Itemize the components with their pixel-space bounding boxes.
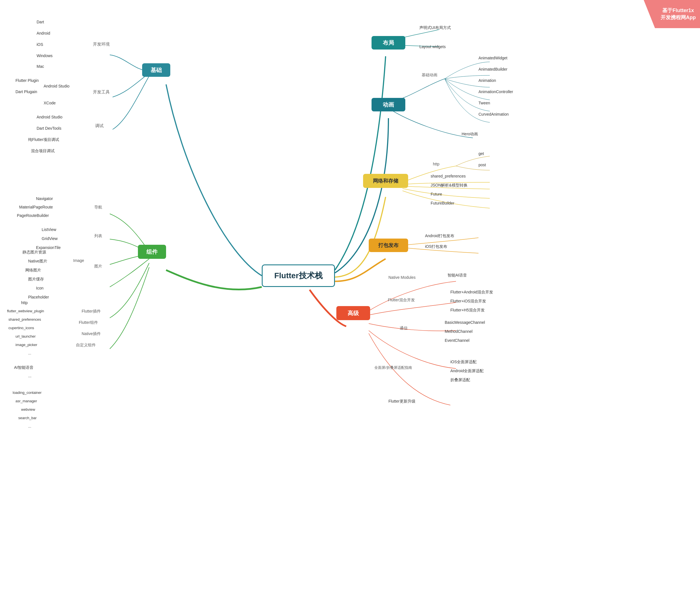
leaf-animated-builder: AnimatedBuilder xyxy=(478,67,507,72)
leaf-ios: iOS xyxy=(36,42,43,47)
leaf-webview-plugin: flutter_webview_plugin xyxy=(7,309,44,313)
node-wangluo: 网络和存储 xyxy=(363,174,408,188)
node-tongxin: 通信 xyxy=(400,326,407,331)
leaf-dart-plugain: Dart Plugain xyxy=(16,89,37,94)
node-gaoji: 高级 xyxy=(336,306,370,320)
leaf-gridview: GridView xyxy=(42,236,58,241)
leaf-static-img: 静态图片资源 xyxy=(23,250,46,255)
leaf-asr-manager: asr_manager xyxy=(16,399,37,403)
node-hunhe-kaifa: Flutter混合开发 xyxy=(388,298,415,303)
leaf-zhedieping: 折叠屏适配 xyxy=(450,377,470,383)
leaf-chun-flutter: 纯Flutter项目调试 xyxy=(28,137,59,142)
leaf-android-quanping: Android全面屏适配 xyxy=(450,369,483,374)
leaf-method-channel: MethodChannel xyxy=(445,329,473,334)
node-jichu: 基础 xyxy=(142,63,170,77)
node-kaifahuanjing: 开发环境 xyxy=(93,42,110,47)
leaf-android-dabao: Android打包发布 xyxy=(425,234,454,239)
leaf-flutter-ios: Flutter+iOS混合开发 xyxy=(450,299,486,304)
center-label: Flutter技术栈 xyxy=(274,270,322,281)
leaf-placeholder: Placeholder xyxy=(28,295,49,299)
leaf-img-cache: 图片缓存 xyxy=(28,277,44,282)
leaf-shengming-ui: 声明式UI布局方式 xyxy=(419,25,451,30)
leaf-flutter-plugin: Flutter Plugin xyxy=(16,78,39,83)
node-native-chajian: Native插件 xyxy=(82,332,101,337)
leaf-windows: Windows xyxy=(36,53,53,58)
leaf-get: get xyxy=(478,151,484,156)
node-tupian: 图片 xyxy=(94,264,102,269)
leaf-animation: Animation xyxy=(478,78,496,83)
leaf-dots2: ... xyxy=(28,374,31,378)
node-flutter-chajian: Flutter插件 xyxy=(82,309,101,314)
leaf-material-page: MaterialPageRoute xyxy=(19,205,53,209)
node-http: http xyxy=(433,162,440,166)
leaf-future: Future xyxy=(431,192,442,196)
leaf-shared-prefs2: shared_preferences xyxy=(8,317,41,321)
banner-text: 基于Flutter1x 开发携程网App xyxy=(660,7,696,21)
leaf-future-builder: FutureBuilder xyxy=(431,201,454,205)
leaf-dots1: ... xyxy=(28,351,31,355)
node-liebiao: 列表 xyxy=(94,234,102,239)
leaf-mac: Mac xyxy=(36,64,44,69)
corner-banner: 基于Flutter1x 开发携程网App xyxy=(644,0,700,28)
leaf-url-launcher: url_launcher xyxy=(16,334,36,338)
leaf-layout-widgets: Layout widgets xyxy=(419,45,446,49)
leaf-icon: Icon xyxy=(36,286,43,290)
leaf-json: JSON解析&模型转换 xyxy=(431,183,468,188)
leaf-dart-devtools: Dart DevTools xyxy=(36,126,61,131)
leaf-http2: http xyxy=(21,300,28,305)
leaf-basic-msg: BasicMessageChannel xyxy=(445,320,485,325)
leaf-tween: Tween xyxy=(478,101,490,105)
leaf-post: post xyxy=(478,163,486,167)
leaf-loading: loading_container xyxy=(12,391,42,395)
leaf-navigator: Navigator xyxy=(36,196,53,201)
node-daohang: 导航 xyxy=(94,205,102,210)
leaf-cupertino: cupertino_icons xyxy=(8,326,34,330)
node-flutter-zujian: Flutter组件 xyxy=(79,320,98,325)
node-tiaoshi: 调试 xyxy=(95,123,104,129)
leaf-ios-dabao: iOS打包发布 xyxy=(425,244,447,249)
node-dabao: 打包发布 xyxy=(369,239,408,252)
node-image: Image xyxy=(73,258,84,263)
leaf-animated-widget: AnimatedWidget xyxy=(478,56,507,60)
mind-map: Flutter技术栈 基于Flutter1x 开发携程网App 基础 开发环境 … xyxy=(0,0,700,604)
leaf-ai-yuyin2: AI智能语音 xyxy=(14,365,33,370)
leaf-flutter-update: Flutter更新升级 xyxy=(389,399,416,404)
node-donghua: 动画 xyxy=(372,98,405,111)
leaf-curved-animation: CurvedAnimation xyxy=(478,112,508,116)
leaf-event-channel: EventChannel xyxy=(445,338,470,343)
node-zujian: 组件 xyxy=(138,245,166,259)
leaf-expansion-tile: ExpansionTile xyxy=(36,245,60,250)
leaf-hunhe-tiaoshi: 混合项目调试 xyxy=(31,149,55,154)
leaf-shared-prefs: shared_preferences xyxy=(431,174,466,178)
node-quanping: 全面屏/折叠屏适配指南 xyxy=(374,365,412,370)
leaf-ios-quanping: iOS全面屏适配 xyxy=(450,360,476,365)
leaf-listview: ListView xyxy=(42,227,56,232)
leaf-xcode: XCode xyxy=(44,101,56,105)
node-native-modules: Native Modules xyxy=(389,275,416,280)
node-kaifagongju: 开发工具 xyxy=(93,89,110,95)
leaf-native-img: Native图片 xyxy=(28,259,47,264)
leaf-webview2: webview xyxy=(21,408,35,412)
leaf-hero: Hero动画 xyxy=(461,132,478,137)
node-zidingyizujian: 自定义组件 xyxy=(76,343,96,348)
leaf-page-route-builder: PageRouteBuilder xyxy=(17,213,49,218)
center-node: Flutter技术栈 xyxy=(262,264,335,287)
leaf-android-studio2: Android Studio xyxy=(36,115,62,119)
leaf-image-picker: image_picker xyxy=(16,343,37,347)
leaf-animation-controller: AnimationController xyxy=(478,89,513,94)
leaf-android: Android xyxy=(36,31,50,35)
leaf-dots3: ... xyxy=(28,424,31,428)
leaf-dart: Dart xyxy=(36,20,44,24)
leaf-network-img: 网络图片 xyxy=(25,268,41,273)
leaf-android-studio1: Android Studio xyxy=(44,84,70,88)
leaf-ai-yuyin: 智能AI语音 xyxy=(448,273,467,278)
leaf-flutter-android: Flutter+Android混合开发 xyxy=(450,290,493,295)
leaf-flutter-h5: Flutter+H5混合开发 xyxy=(450,308,485,313)
node-buju: 布局 xyxy=(372,36,405,50)
node-jichudonghua: 基础动画 xyxy=(422,73,438,78)
leaf-search-bar: search_bar xyxy=(18,416,36,420)
